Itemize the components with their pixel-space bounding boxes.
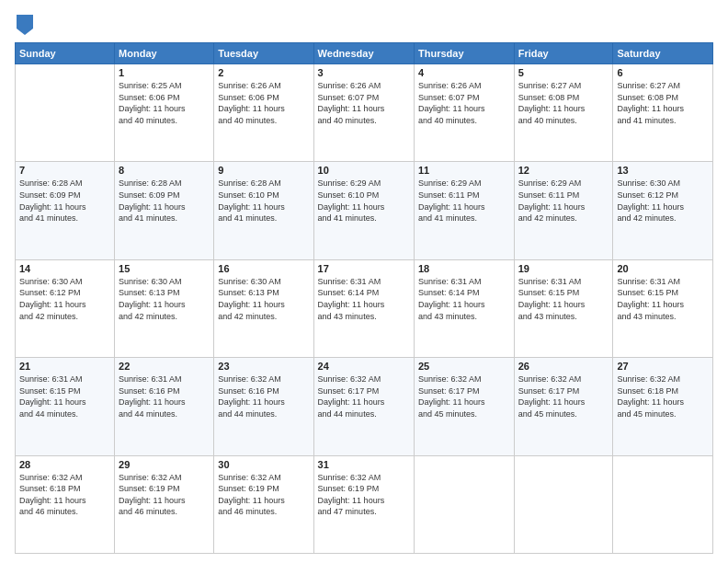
weekday-header-wednesday: Wednesday	[313, 43, 414, 64]
calendar-cell: 17Sunrise: 6:31 AMSunset: 6:14 PMDayligh…	[313, 259, 414, 357]
day-number: 7	[19, 165, 110, 176]
day-number: 29	[119, 459, 210, 470]
calendar-cell: 3Sunrise: 6:26 AMSunset: 6:07 PMDaylight…	[313, 64, 414, 162]
calendar-week-3: 14Sunrise: 6:30 AMSunset: 6:12 PMDayligh…	[16, 259, 713, 357]
weekday-header-thursday: Thursday	[414, 43, 514, 64]
calendar-week-4: 21Sunrise: 6:31 AMSunset: 6:15 PMDayligh…	[16, 358, 713, 455]
calendar-cell: 2Sunrise: 6:26 AMSunset: 6:06 PMDaylight…	[214, 64, 313, 162]
day-number: 5	[518, 67, 609, 78]
calendar-cell: 23Sunrise: 6:32 AMSunset: 6:16 PMDayligh…	[214, 358, 313, 455]
calendar-cell: 19Sunrise: 6:31 AMSunset: 6:15 PMDayligh…	[514, 259, 613, 357]
day-number: 28	[19, 459, 110, 470]
calendar-cell: 1Sunrise: 6:25 AMSunset: 6:06 PMDaylight…	[115, 64, 214, 162]
calendar-cell: 30Sunrise: 6:32 AMSunset: 6:19 PMDayligh…	[214, 455, 313, 553]
calendar-week-2: 7Sunrise: 6:28 AMSunset: 6:09 PMDaylight…	[16, 162, 713, 259]
logo	[15, 15, 33, 35]
day-detail: Sunrise: 6:29 AMSunset: 6:10 PMDaylight:…	[318, 178, 410, 224]
day-detail: Sunrise: 6:31 AMSunset: 6:15 PMDaylight:…	[518, 276, 609, 322]
day-detail: Sunrise: 6:30 AMSunset: 6:13 PMDaylight:…	[119, 276, 210, 322]
day-detail: Sunrise: 6:26 AMSunset: 6:06 PMDaylight:…	[218, 80, 309, 126]
calendar-cell	[613, 455, 713, 553]
day-detail: Sunrise: 6:30 AMSunset: 6:12 PMDaylight:…	[19, 276, 110, 322]
calendar-cell: 21Sunrise: 6:31 AMSunset: 6:15 PMDayligh…	[16, 358, 115, 455]
day-detail: Sunrise: 6:30 AMSunset: 6:13 PMDaylight:…	[218, 276, 309, 322]
day-number: 9	[218, 165, 309, 176]
calendar-cell: 7Sunrise: 6:28 AMSunset: 6:09 PMDaylight…	[16, 162, 115, 259]
calendar-cell: 29Sunrise: 6:32 AMSunset: 6:19 PMDayligh…	[115, 455, 214, 553]
calendar-cell: 9Sunrise: 6:28 AMSunset: 6:10 PMDaylight…	[214, 162, 313, 259]
day-detail: Sunrise: 6:27 AMSunset: 6:08 PMDaylight:…	[617, 80, 709, 126]
day-detail: Sunrise: 6:32 AMSunset: 6:19 PMDaylight:…	[318, 472, 410, 518]
calendar-week-5: 28Sunrise: 6:32 AMSunset: 6:18 PMDayligh…	[16, 455, 713, 553]
day-number: 11	[418, 165, 510, 176]
day-detail: Sunrise: 6:30 AMSunset: 6:12 PMDaylight:…	[617, 178, 709, 224]
day-number: 12	[518, 165, 609, 176]
calendar-cell: 20Sunrise: 6:31 AMSunset: 6:15 PMDayligh…	[613, 259, 713, 357]
day-detail: Sunrise: 6:32 AMSunset: 6:19 PMDaylight:…	[119, 472, 210, 518]
calendar-cell: 13Sunrise: 6:30 AMSunset: 6:12 PMDayligh…	[613, 162, 713, 259]
day-number: 6	[617, 67, 709, 78]
day-number: 26	[518, 361, 609, 372]
day-number: 13	[617, 165, 709, 176]
day-detail: Sunrise: 6:31 AMSunset: 6:14 PMDaylight:…	[418, 276, 510, 322]
weekday-header-tuesday: Tuesday	[214, 43, 313, 64]
day-detail: Sunrise: 6:32 AMSunset: 6:17 PMDaylight:…	[318, 373, 410, 419]
weekday-header-sunday: Sunday	[16, 43, 115, 64]
calendar-cell: 28Sunrise: 6:32 AMSunset: 6:18 PMDayligh…	[16, 455, 115, 553]
day-number: 25	[418, 361, 510, 372]
day-detail: Sunrise: 6:32 AMSunset: 6:19 PMDaylight:…	[218, 472, 309, 518]
day-number: 1	[119, 67, 210, 78]
day-detail: Sunrise: 6:31 AMSunset: 6:15 PMDaylight:…	[617, 276, 709, 322]
day-number: 10	[318, 165, 410, 176]
day-detail: Sunrise: 6:28 AMSunset: 6:09 PMDaylight:…	[19, 178, 110, 224]
weekday-header-monday: Monday	[115, 43, 214, 64]
day-number: 16	[218, 263, 309, 274]
day-detail: Sunrise: 6:27 AMSunset: 6:08 PMDaylight:…	[518, 80, 609, 126]
day-detail: Sunrise: 6:31 AMSunset: 6:14 PMDaylight:…	[318, 276, 410, 322]
calendar-cell: 27Sunrise: 6:32 AMSunset: 6:18 PMDayligh…	[613, 358, 713, 455]
day-detail: Sunrise: 6:31 AMSunset: 6:16 PMDaylight:…	[119, 373, 210, 419]
day-number: 15	[119, 263, 210, 274]
day-detail: Sunrise: 6:28 AMSunset: 6:10 PMDaylight:…	[218, 178, 309, 224]
weekday-header-friday: Friday	[514, 43, 613, 64]
calendar-cell: 25Sunrise: 6:32 AMSunset: 6:17 PMDayligh…	[414, 358, 514, 455]
day-detail: Sunrise: 6:32 AMSunset: 6:18 PMDaylight:…	[19, 472, 110, 518]
calendar-cell: 6Sunrise: 6:27 AMSunset: 6:08 PMDaylight…	[613, 64, 713, 162]
calendar-cell	[414, 455, 514, 553]
day-number: 3	[318, 67, 410, 78]
day-detail: Sunrise: 6:32 AMSunset: 6:18 PMDaylight:…	[617, 373, 709, 419]
logo-icon	[17, 15, 33, 35]
calendar-cell	[16, 64, 115, 162]
page: SundayMondayTuesdayWednesdayThursdayFrid…	[0, 0, 728, 563]
logo-text	[15, 15, 33, 35]
calendar-cell	[514, 455, 613, 553]
calendar-cell: 14Sunrise: 6:30 AMSunset: 6:12 PMDayligh…	[16, 259, 115, 357]
day-number: 22	[119, 361, 210, 372]
calendar-cell: 26Sunrise: 6:32 AMSunset: 6:17 PMDayligh…	[514, 358, 613, 455]
day-detail: Sunrise: 6:26 AMSunset: 6:07 PMDaylight:…	[318, 80, 410, 126]
weekday-header-row: SundayMondayTuesdayWednesdayThursdayFrid…	[16, 43, 713, 64]
day-detail: Sunrise: 6:31 AMSunset: 6:15 PMDaylight:…	[19, 373, 110, 419]
day-number: 27	[617, 361, 709, 372]
day-number: 23	[218, 361, 309, 372]
calendar-cell: 8Sunrise: 6:28 AMSunset: 6:09 PMDaylight…	[115, 162, 214, 259]
day-number: 20	[617, 263, 709, 274]
day-number: 30	[218, 459, 309, 470]
day-number: 17	[318, 263, 410, 274]
calendar-table: SundayMondayTuesdayWednesdayThursdayFrid…	[15, 42, 713, 554]
calendar-cell: 16Sunrise: 6:30 AMSunset: 6:13 PMDayligh…	[214, 259, 313, 357]
day-number: 18	[418, 263, 510, 274]
weekday-header-saturday: Saturday	[613, 43, 713, 64]
day-detail: Sunrise: 6:28 AMSunset: 6:09 PMDaylight:…	[119, 178, 210, 224]
calendar-cell: 22Sunrise: 6:31 AMSunset: 6:16 PMDayligh…	[115, 358, 214, 455]
day-detail: Sunrise: 6:29 AMSunset: 6:11 PMDaylight:…	[418, 178, 510, 224]
calendar-week-1: 1Sunrise: 6:25 AMSunset: 6:06 PMDaylight…	[16, 64, 713, 162]
day-detail: Sunrise: 6:32 AMSunset: 6:16 PMDaylight:…	[218, 373, 309, 419]
day-number: 21	[19, 361, 110, 372]
calendar-cell: 5Sunrise: 6:27 AMSunset: 6:08 PMDaylight…	[514, 64, 613, 162]
calendar-cell: 11Sunrise: 6:29 AMSunset: 6:11 PMDayligh…	[414, 162, 514, 259]
calendar-cell: 24Sunrise: 6:32 AMSunset: 6:17 PMDayligh…	[313, 358, 414, 455]
day-detail: Sunrise: 6:32 AMSunset: 6:17 PMDaylight:…	[418, 373, 510, 419]
day-detail: Sunrise: 6:25 AMSunset: 6:06 PMDaylight:…	[119, 80, 210, 126]
calendar-cell: 10Sunrise: 6:29 AMSunset: 6:10 PMDayligh…	[313, 162, 414, 259]
